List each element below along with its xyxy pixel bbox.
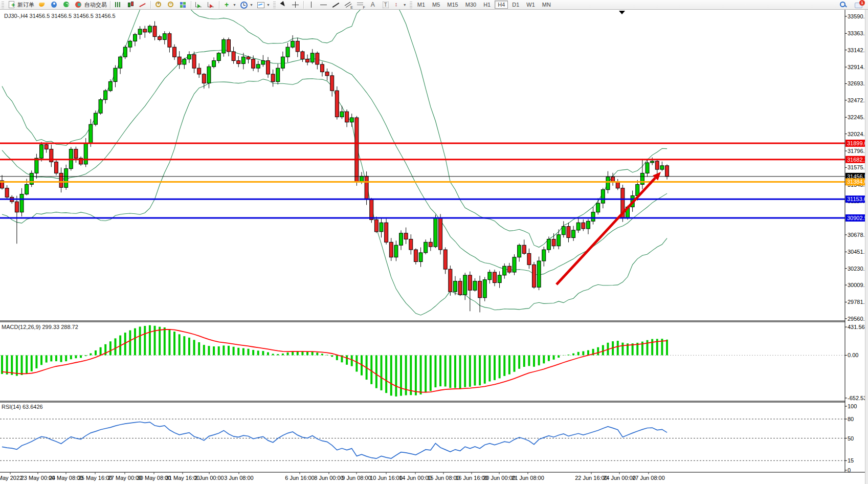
autotrading-button[interactable]: 自动交易 <box>73 0 108 10</box>
candlestick-chart-icon <box>126 1 135 9</box>
bar-chart-icon <box>114 1 123 9</box>
cursor-icon <box>279 1 288 9</box>
svg-text:31153.6: 31153.6 <box>847 196 867 202</box>
svg-text:24 Jun 00:00: 24 Jun 00:00 <box>603 475 636 481</box>
timeframe-mn-button[interactable]: MN <box>539 1 554 9</box>
templates-button[interactable]: ▼ <box>255 0 272 10</box>
chart-shift-button[interactable] <box>205 0 217 10</box>
search-button[interactable] <box>837 0 850 10</box>
svg-text:2 Jun 00:00: 2 Jun 00:00 <box>194 475 224 481</box>
zoom-out-icon <box>166 1 175 9</box>
autotrading-icon <box>74 1 83 9</box>
svg-text:50: 50 <box>848 435 854 442</box>
chevron-down-icon: ▼ <box>266 3 270 7</box>
svg-text:31682.1: 31682.1 <box>847 157 867 163</box>
signals-icon <box>62 1 71 9</box>
svg-text:21 Jun 08:00: 21 Jun 08:00 <box>511 475 544 481</box>
vertical-line-button[interactable] <box>305 0 318 10</box>
svg-text:-652.53: -652.53 <box>848 395 866 401</box>
timeframe-h4-button[interactable]: H4 <box>495 1 508 9</box>
horizontal-lines: 31899.031682.131456.531384.031153.630902… <box>0 140 868 222</box>
line-chart-button[interactable] <box>137 0 149 10</box>
new-order-icon <box>7 1 16 9</box>
chat-button[interactable]: 1 <box>853 0 865 10</box>
zoom-in-icon <box>154 1 163 9</box>
zoom-in-button[interactable] <box>152 0 165 10</box>
auto-scroll-button[interactable] <box>193 0 205 10</box>
zoom-out-button[interactable] <box>165 0 177 10</box>
new-order-button[interactable]: 新订单 <box>6 0 36 10</box>
svg-text:100: 100 <box>848 403 857 409</box>
chat-bubble-icon: 1 <box>854 1 863 9</box>
svg-text:8 Jun 00:00: 8 Jun 00:00 <box>314 475 344 481</box>
timeframe-m30-button[interactable]: M30 <box>462 1 479 9</box>
toolbar-grip <box>410 2 412 8</box>
svg-text:431.56: 431.56 <box>848 324 865 330</box>
profile-icon <box>50 1 59 9</box>
timeframe-m5-button[interactable]: M5 <box>429 1 443 9</box>
auto-scroll-icon <box>194 1 204 9</box>
add-indicator-icon <box>222 1 232 9</box>
svg-text:15: 15 <box>848 457 854 464</box>
arrows-icon <box>393 1 402 9</box>
toolbar-separator <box>219 1 219 9</box>
new-order-button-label: 新订单 <box>17 1 34 9</box>
toolbar-separator <box>303 1 304 9</box>
profile-button[interactable] <box>48 0 60 10</box>
toolbar-separator <box>191 1 191 9</box>
notification-badge: 1 <box>859 0 865 6</box>
svg-text:27 Jun 08:00: 27 Jun 08:00 <box>632 475 665 481</box>
chevron-down-icon: ▼ <box>403 3 407 7</box>
indicators-button[interactable]: ▼ <box>221 0 238 10</box>
horizontal-line-icon <box>319 1 328 9</box>
timeframe-m15-button[interactable]: M15 <box>444 1 461 9</box>
horizontal-line-button[interactable] <box>318 0 330 10</box>
macd-indicator-label: MACD(12,26,9) 299.33 288.72 <box>2 324 78 330</box>
svg-text:31384.0: 31384.0 <box>847 179 867 185</box>
crosshair-button[interactable] <box>290 0 302 10</box>
periods-button[interactable]: ▼ <box>238 0 255 10</box>
toolbar-grip <box>273 2 276 8</box>
market-button[interactable] <box>36 0 48 10</box>
fibonacci-icon <box>356 1 365 9</box>
rsi-pane: 1008050150 <box>0 403 857 473</box>
svg-text:3 Jun 08:00: 3 Jun 08:00 <box>224 475 254 481</box>
toolbar-separator <box>110 1 110 9</box>
price-chart-canvas[interactable]: 33590.533363.033142.032914.532693.532472… <box>0 10 868 484</box>
equidistant-channel-icon <box>344 1 353 9</box>
toolbar-grip <box>2 2 4 8</box>
svg-text:20 Jun 00:00: 20 Jun 00:00 <box>483 475 516 481</box>
toolbar-separator <box>150 1 151 9</box>
signals-button[interactable] <box>60 0 73 10</box>
symbol-ohlc-line: DJ30-,H4 31456.5 31456.5 31456.5 31456.5 <box>4 13 116 19</box>
toolbar: 新订单自动交易▼▼▼▼M1M5M15M30H1H4D1W1MN1 <box>0 0 868 10</box>
text-icon <box>368 1 377 9</box>
bar-chart-button[interactable] <box>112 0 124 10</box>
channel-button[interactable] <box>342 0 354 10</box>
svg-text:31899.0: 31899.0 <box>847 140 867 146</box>
timeframe-d1-button[interactable]: D1 <box>509 1 522 9</box>
text-button[interactable] <box>367 0 379 10</box>
periods-clock-icon <box>239 1 249 9</box>
fibonacci-button[interactable] <box>354 0 367 10</box>
market-hat-icon <box>37 1 47 9</box>
crosshair-icon <box>291 1 300 9</box>
chevron-down-icon: ▼ <box>233 3 236 7</box>
window-right-edge <box>865 10 868 484</box>
timeframe-w1-button[interactable]: W1 <box>523 1 538 9</box>
candlestick-chart-button[interactable] <box>124 0 137 10</box>
text-label-button[interactable] <box>379 0 391 10</box>
arrows-button[interactable]: ▼ <box>391 0 408 10</box>
tile-windows-icon <box>179 1 188 9</box>
text-label-icon <box>381 1 390 9</box>
toolbar-right-group: 1 <box>837 0 865 10</box>
timeframe-h1-button[interactable]: H1 <box>480 1 494 9</box>
tile-windows-button[interactable] <box>177 0 189 10</box>
templates-icon <box>256 1 265 9</box>
chevron-down-icon: ▼ <box>250 3 253 7</box>
timeframe-m1-button[interactable]: M1 <box>414 1 428 9</box>
cursor-button[interactable] <box>277 0 290 10</box>
search-icon <box>839 1 848 9</box>
chart-area[interactable]: 33590.533363.033142.032914.532693.532472… <box>0 10 868 484</box>
trendline-button[interactable] <box>330 0 342 10</box>
